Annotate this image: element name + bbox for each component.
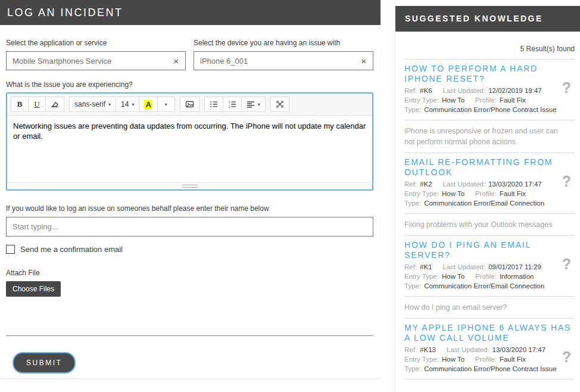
knowledge-item-title[interactable]: HOW TO PERFORM A HARD IPHONE RESET? bbox=[404, 64, 575, 84]
updated-value: 13/03/2020 17:47 bbox=[488, 181, 542, 188]
updated-label: Last Updated: bbox=[443, 263, 486, 270]
issue-editor-content[interactable]: Networking issues are preventing data up… bbox=[7, 116, 372, 182]
profile-value: Fault Fix bbox=[500, 190, 526, 197]
knowledge-panel-title: SUGGESTED KNOWLEDGE bbox=[395, 6, 580, 32]
knowledge-item-meta: Ref:#K13Last Updated:13/03/2020 17:47 En… bbox=[404, 345, 575, 374]
knowledge-item-title[interactable]: EMAIL RE-FORMATTING FROM OUTLOOK bbox=[404, 157, 575, 178]
ref-label: Ref: bbox=[404, 181, 417, 188]
updated-value: 09/01/2017 11:29 bbox=[488, 263, 541, 270]
font-family-dropdown[interactable]: sans-serif ▾ bbox=[69, 97, 116, 112]
confirmation-email-checkbox[interactable] bbox=[6, 245, 15, 254]
behalf-name-input[interactable] bbox=[6, 217, 373, 237]
editor-resize-handle[interactable] bbox=[7, 182, 372, 189]
entry-type-label: Entry Type: bbox=[404, 97, 439, 104]
underline-button[interactable]: U bbox=[28, 97, 46, 112]
knowledge-item: HOW DO I PING AN EMAIL SERVER? ? Ref:#K1… bbox=[404, 240, 575, 319]
question-mark-icon[interactable]: ? bbox=[562, 174, 571, 189]
divider bbox=[404, 296, 575, 297]
ref-value: #K1 bbox=[420, 263, 432, 270]
bold-button[interactable]: B bbox=[11, 97, 29, 112]
font-family-value: sans-serif bbox=[74, 100, 105, 108]
chevron-down-icon: ▾ bbox=[258, 102, 260, 107]
align-left-icon bbox=[247, 100, 255, 108]
font-size-dropdown[interactable]: 14 ▾ bbox=[116, 97, 139, 112]
ref-label: Ref: bbox=[404, 263, 417, 270]
profile-label: Profile: bbox=[475, 190, 497, 197]
type-label: Type: bbox=[404, 282, 421, 290]
entry-type-value: How To bbox=[442, 273, 464, 280]
knowledge-item-title[interactable]: MY APPLE IPHONE 6 ALWAYS HAS A LOW CALL … bbox=[404, 323, 575, 343]
ref-value: #K13 bbox=[420, 346, 436, 353]
knowledge-item-meta: Ref:#K6Last Updated:12/02/2019 19:47 Ent… bbox=[404, 86, 575, 114]
type-label: Type: bbox=[404, 365, 421, 372]
clear-formatting-button[interactable] bbox=[45, 97, 64, 112]
ordered-list-icon: 12 bbox=[228, 100, 236, 108]
divider bbox=[404, 235, 575, 236]
profile-value: Fault Fix bbox=[500, 356, 526, 363]
knowledge-item-meta: Ref:#K2Last Updated:13/03/2020 17:47 Ent… bbox=[404, 179, 575, 208]
editor-toolbar: B U sans-serif ▾ 14 ▾ bbox=[7, 94, 372, 116]
insert-image-button[interactable] bbox=[180, 97, 199, 112]
unordered-list-icon bbox=[210, 100, 218, 108]
app-service-label: Select the application or service bbox=[6, 39, 186, 47]
type-label: Type: bbox=[404, 200, 421, 207]
type-label: Type: bbox=[404, 106, 421, 113]
updated-label: Last Updated: bbox=[443, 87, 486, 94]
page: LOG AN INCIDENT Select the application o… bbox=[0, 0, 580, 392]
paragraph-align-dropdown[interactable]: ▾ bbox=[241, 97, 266, 112]
ref-label: Ref: bbox=[404, 346, 417, 353]
profile-label: Profile: bbox=[475, 97, 497, 104]
unordered-list-button[interactable] bbox=[204, 97, 223, 112]
profile-value: Information bbox=[500, 273, 534, 280]
question-mark-icon[interactable]: ? bbox=[562, 80, 571, 95]
clear-icon[interactable]: × bbox=[173, 55, 179, 67]
suggested-knowledge-panel: SUGGESTED KNOWLEDGE 5 Result(s) found HO… bbox=[395, 0, 580, 392]
type-value: Communication Error/Phone Contract Issue bbox=[424, 106, 556, 113]
clear-icon[interactable]: × bbox=[360, 55, 367, 67]
svg-text:1: 1 bbox=[228, 100, 230, 104]
font-size-value: 14 bbox=[121, 100, 129, 108]
chevron-down-icon: ▾ bbox=[132, 102, 134, 107]
results-count: 5 Result(s) found bbox=[404, 45, 575, 53]
device-select[interactable]: iPhone 6_001 × bbox=[194, 51, 373, 70]
app-service-select[interactable]: Mobile Smartphones Service × bbox=[6, 51, 186, 70]
issue-rich-text-editor: B U sans-serif ▾ 14 ▾ bbox=[6, 92, 373, 191]
issue-label: What is the issue you are experiencing? bbox=[6, 80, 373, 89]
divider bbox=[404, 213, 575, 214]
choose-files-button[interactable]: Choose Files bbox=[6, 281, 61, 297]
fullscreen-button[interactable] bbox=[270, 97, 289, 112]
image-icon bbox=[185, 100, 194, 108]
submit-button[interactable]: SUBMIT bbox=[13, 352, 76, 374]
font-color-dropdown[interactable]: ▾ bbox=[157, 97, 175, 112]
entry-type-label: Entry Type: bbox=[404, 273, 439, 280]
type-value: Communication Error/Phone Contract Issue bbox=[424, 365, 556, 372]
font-color-icon: A bbox=[144, 100, 152, 109]
incident-form-panel: LOG AN INCIDENT Select the application o… bbox=[0, 0, 381, 379]
app-service-value: Mobile Smartphones Service bbox=[13, 57, 173, 66]
knowledge-item: EMAIL RE-FORMATTING FROM OUTLOOK ? Ref:#… bbox=[404, 157, 575, 236]
question-mark-icon[interactable]: ? bbox=[562, 350, 571, 365]
chevron-down-icon: ▾ bbox=[165, 102, 167, 107]
type-value: Communication Error/Email Connection bbox=[424, 282, 544, 290]
entry-type-value: How To bbox=[442, 356, 464, 363]
updated-label: Last Updated: bbox=[447, 346, 489, 353]
knowledge-item-meta: Ref:#K1Last Updated:09/01/2017 11:29 Ent… bbox=[404, 262, 575, 291]
question-mark-icon[interactable]: ? bbox=[562, 257, 571, 272]
attach-file-label: Attach File bbox=[6, 269, 373, 277]
profile-label: Profile: bbox=[475, 273, 497, 280]
profile-value: Fault Fix bbox=[500, 97, 526, 104]
font-color-button[interactable]: A bbox=[139, 97, 157, 112]
knowledge-item-title[interactable]: HOW DO I PING AN EMAIL SERVER? bbox=[404, 240, 575, 260]
updated-label: Last Updated: bbox=[443, 181, 486, 188]
ref-value: #K6 bbox=[420, 87, 432, 94]
knowledge-item: MY APPLE IPHONE 6 ALWAYS HAS A LOW CALL … bbox=[404, 323, 575, 379]
confirmation-email-checkbox-row[interactable]: Send me a confirmation email bbox=[6, 245, 373, 254]
type-value: Communication Error/Email Connection bbox=[424, 200, 544, 207]
incident-panel-title: LOG AN INCIDENT bbox=[0, 0, 381, 25]
ref-label: Ref: bbox=[404, 87, 417, 94]
profile-label: Profile: bbox=[475, 356, 497, 363]
ordered-list-button[interactable]: 12 bbox=[223, 97, 242, 112]
entry-type-label: Entry Type: bbox=[404, 190, 439, 197]
fullscreen-icon bbox=[276, 100, 284, 108]
eraser-icon bbox=[51, 100, 59, 108]
